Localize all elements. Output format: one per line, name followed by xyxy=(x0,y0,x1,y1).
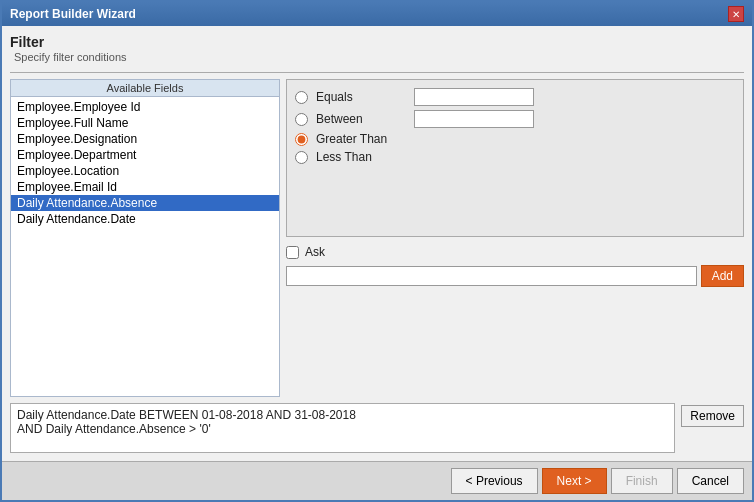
list-item[interactable]: Employee.Department xyxy=(11,147,279,163)
main-content: Filter Specify filter conditions Availab… xyxy=(2,26,752,461)
close-button[interactable]: ✕ xyxy=(728,6,744,22)
previous-button[interactable]: < Previous xyxy=(451,468,538,494)
fields-label: Available Fields xyxy=(10,79,280,97)
equals-input[interactable] xyxy=(414,88,534,106)
between-label: Between xyxy=(316,112,406,126)
add-row: Add xyxy=(286,265,744,287)
between-input[interactable] xyxy=(414,110,534,128)
list-item[interactable]: Employee.Email Id xyxy=(11,179,279,195)
section-header: Filter Specify filter conditions xyxy=(10,34,744,64)
less-than-radio[interactable] xyxy=(295,151,308,164)
add-value-input[interactable] xyxy=(286,266,697,286)
cancel-button[interactable]: Cancel xyxy=(677,468,744,494)
list-item[interactable]: Employee.Employee Id xyxy=(11,99,279,115)
filter-options: Equals Between Greater Than Less xyxy=(286,79,744,237)
equals-radio[interactable] xyxy=(295,91,308,104)
filter-result-text: Daily Attendance.Date BETWEEN 01-08-2018… xyxy=(17,408,356,436)
greater-than-radio[interactable] xyxy=(295,133,308,146)
bottom-main: Daily Attendance.Date BETWEEN 01-08-2018… xyxy=(10,403,744,453)
section-subtitle: Specify filter conditions xyxy=(14,51,127,63)
remove-btn-col: Remove xyxy=(681,403,744,453)
equals-row: Equals xyxy=(295,88,735,106)
right-panel: Equals Between Greater Than Less xyxy=(286,79,744,397)
title-bar: Report Builder Wizard ✕ xyxy=(2,2,752,26)
section-title: Filter xyxy=(10,34,44,50)
list-item[interactable]: Daily Attendance.Absence xyxy=(11,195,279,211)
list-item[interactable]: Employee.Location xyxy=(11,163,279,179)
greater-than-row: Greater Than xyxy=(295,132,735,146)
filter-result-box: Daily Attendance.Date BETWEEN 01-08-2018… xyxy=(10,403,675,453)
main-area: Available Fields Employee.Employee IdEmp… xyxy=(10,79,744,397)
list-item[interactable]: Daily Attendance.Date xyxy=(11,211,279,227)
footer: < Previous Next > Finish Cancel xyxy=(2,461,752,500)
list-item[interactable]: Employee.Full Name xyxy=(11,115,279,131)
report-builder-window: Report Builder Wizard ✕ Filter Specify f… xyxy=(0,0,754,502)
bottom-area: Daily Attendance.Date BETWEEN 01-08-2018… xyxy=(10,403,744,453)
ask-checkbox[interactable] xyxy=(286,246,299,259)
list-item[interactable]: Employee.Designation xyxy=(11,131,279,147)
divider xyxy=(10,72,744,73)
between-radio[interactable] xyxy=(295,113,308,126)
ask-row: Ask xyxy=(286,245,744,259)
add-button[interactable]: Add xyxy=(701,265,744,287)
remove-button[interactable]: Remove xyxy=(681,405,744,427)
greater-than-label: Greater Than xyxy=(316,132,406,146)
ask-label: Ask xyxy=(305,245,325,259)
between-row: Between xyxy=(295,110,735,128)
fields-list[interactable]: Employee.Employee IdEmployee.Full NameEm… xyxy=(10,97,280,397)
less-than-row: Less Than xyxy=(295,150,735,164)
equals-label: Equals xyxy=(316,90,406,104)
left-panel: Available Fields Employee.Employee IdEmp… xyxy=(10,79,280,397)
less-than-label: Less Than xyxy=(316,150,406,164)
next-button[interactable]: Next > xyxy=(542,468,607,494)
filter-spacer xyxy=(295,168,735,228)
window-title: Report Builder Wizard xyxy=(10,7,136,21)
finish-button[interactable]: Finish xyxy=(611,468,673,494)
